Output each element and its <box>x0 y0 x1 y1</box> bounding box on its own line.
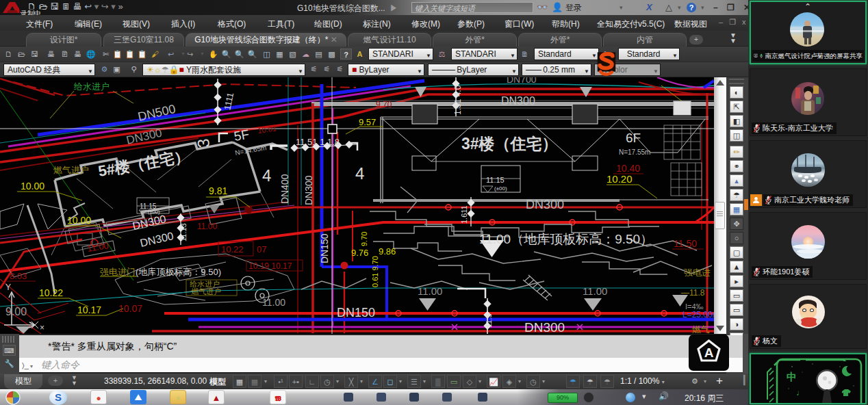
svg-text:DN300: DN300 <box>131 213 167 232</box>
svg-text:6F: 6F <box>626 131 641 145</box>
svg-text:DN150: DN150 <box>337 306 375 319</box>
svg-text:9.81: 9.81 <box>209 185 227 196</box>
svg-text:L=25.00m: L=25.00m <box>682 310 714 319</box>
svg-text:燃气: 燃气 <box>692 324 710 334</box>
svg-text:11.50: 11.50 <box>674 238 697 249</box>
svg-text:10.01: 10.01 <box>257 124 277 135</box>
svg-text:DN300: DN300 <box>524 320 565 334</box>
svg-text:11.5: 11.5 <box>485 313 493 328</box>
svg-text:N=17.55m: N=17.55m <box>619 148 650 156</box>
svg-text:♩: ♩ <box>796 388 804 397</box>
svg-text:10.19 10.17: 10.19 10.17 <box>248 261 292 271</box>
svg-text:8.03: 8.03 <box>10 271 27 281</box>
svg-text:0.61 9.70: 0.61 9.70 <box>371 256 379 287</box>
svg-text:1.611: 1.611 <box>460 205 468 224</box>
svg-text:DN500: DN500 <box>136 102 177 124</box>
svg-text:10.00: 10.00 <box>67 215 91 226</box>
svg-text:(±00): (±00) <box>494 185 507 192</box>
svg-text:11.51 1 1.8: 11.51 1 1.8 <box>296 137 340 147</box>
svg-text:1.51 4.0: 1.51 4.0 <box>453 85 463 115</box>
svg-text:DN700: DN700 <box>507 77 537 85</box>
svg-text:3: 3 <box>194 138 213 148</box>
svg-text:10.22: 10.22 <box>221 244 244 254</box>
svg-text:9.70: 9.70 <box>376 100 392 109</box>
svg-text:燃气进户: 燃气进户 <box>191 287 221 296</box>
svg-text:9.70: 9.70 <box>360 232 368 246</box>
svg-text:燃气进户: 燃气进户 <box>53 165 89 175</box>
svg-text:DN300: DN300 <box>303 175 314 205</box>
svg-text:11.00: 11.00 <box>418 285 442 297</box>
svg-text:9.00: 9.00 <box>5 306 27 317</box>
svg-text:5F: 5F <box>233 127 250 144</box>
svg-text:DN150: DN150 <box>319 233 330 263</box>
svg-text:11.00: 11.00 <box>86 240 110 254</box>
svg-text:11.13: 11.13 <box>179 223 188 241</box>
svg-text:4: 4 <box>355 164 364 183</box>
svg-text:11.15: 11.15 <box>486 176 505 184</box>
svg-text:—11.8: —11.8 <box>681 288 705 298</box>
svg-text:11.00: 11.00 <box>197 222 217 231</box>
svg-text:11.00: 11.00 <box>262 297 285 308</box>
svg-text:DN400: DN400 <box>279 174 290 204</box>
svg-text:强电进门(地库顶板标高：9.50): 强电进门(地库顶板标高：9.50) <box>100 267 221 277</box>
svg-text:10.20: 10.20 <box>607 173 633 185</box>
svg-text:给水进户: 给水进户 <box>73 81 110 92</box>
svg-text:11.00: 11.00 <box>583 285 607 297</box>
svg-text:9.57: 9.57 <box>359 117 376 127</box>
svg-text:3#楼（住宅）: 3#楼（住宅） <box>461 135 558 153</box>
svg-text:DN300: DN300 <box>139 230 175 249</box>
svg-text:DN300: DN300 <box>501 95 535 107</box>
svg-text:DN300: DN300 <box>526 198 564 211</box>
svg-text:10.17: 10.17 <box>77 304 101 315</box>
svg-text:(±00): (±00) <box>148 209 160 215</box>
svg-text:07: 07 <box>257 244 266 254</box>
svg-text:9.86: 9.86 <box>379 246 396 257</box>
svg-text:强电进: 强电进 <box>684 267 711 278</box>
svg-text:10.00: 10.00 <box>21 181 44 192</box>
svg-text:中: 中 <box>787 371 797 382</box>
svg-text:11.00（地库顶板标高：9.50）: 11.00（地库顶板标高：9.50） <box>479 232 653 246</box>
svg-text:10.22: 10.22 <box>39 287 63 298</box>
svg-text:4: 4 <box>262 166 271 185</box>
svg-text:9.76: 9.76 <box>351 248 368 258</box>
svg-text:10.07: 10.07 <box>118 303 142 314</box>
svg-text:A: A <box>704 345 714 360</box>
svg-text:Y: Y <box>5 283 11 292</box>
svg-text:10.40: 10.40 <box>616 163 640 174</box>
svg-text:×: × <box>40 323 44 332</box>
